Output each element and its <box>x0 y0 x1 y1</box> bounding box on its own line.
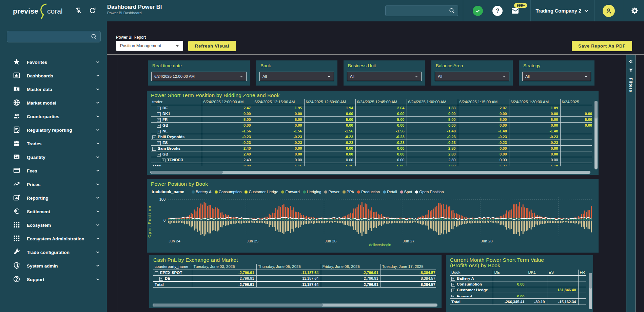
chevron-down-icon[interactable] <box>95 59 101 65</box>
legend-item-forward[interactable]: Forward <box>281 190 299 194</box>
row-header[interactable]: −GB <box>151 151 202 157</box>
legend-item-open-position[interactable]: Open Position <box>415 190 444 194</box>
column-header[interactable]: Tuesday, June 17, 2025 <box>380 264 436 270</box>
horizontal-scrollbar[interactable] <box>150 171 590 174</box>
row-header[interactable]: Total <box>450 299 493 305</box>
expand-icon[interactable]: + <box>157 124 161 128</box>
column-header[interactable]: DK1 <box>527 270 547 276</box>
column-header[interactable]: 6/24/2025 12:30:00 AM <box>304 99 355 105</box>
sidebar-item-ecosystem[interactable]: Ecosystem <box>0 218 107 232</box>
report-select[interactable]: Position Management <box>116 41 183 51</box>
expand-icon[interactable]: + <box>451 289 455 292</box>
system-status-button[interactable] <box>473 6 483 16</box>
sidebar-item-master-data[interactable]: Master data <box>0 82 107 96</box>
column-header[interactable]: 6/24/2025 12:15:00 AM <box>253 99 304 105</box>
legend-item-retail[interactable]: Retail <box>383 190 397 194</box>
sidebar-item-favorites[interactable]: Favorites <box>0 55 107 69</box>
expand-icon[interactable]: + <box>157 112 161 116</box>
scrollbar-thumb[interactable] <box>589 273 592 289</box>
column-header[interactable]: 6/24/2025 1:00:00 AM <box>407 99 458 105</box>
notifications-button[interactable]: 999+ <box>510 7 520 15</box>
row-header[interactable]: +Battery A <box>450 276 493 281</box>
column-header[interactable]: ES <box>547 270 578 276</box>
row-header[interactable]: +DE <box>153 276 192 282</box>
scrollbar-thumb[interactable] <box>594 101 598 118</box>
row-header[interactable]: −Phill Reynolds <box>151 134 202 140</box>
power-position-chart[interactable]: 1000Jun 24Jun 25Jun 26Jun 27Jun 28delive… <box>151 195 594 246</box>
chevron-down-icon[interactable] <box>95 114 101 119</box>
scrollbar-thumb[interactable] <box>151 171 223 174</box>
chevron-down-icon[interactable] <box>95 250 101 255</box>
column-header[interactable]: Thursday, June 05, 2025 <box>256 264 321 270</box>
row-header[interactable]: Total <box>151 163 202 166</box>
row-header[interactable]: +NL <box>151 128 202 134</box>
row-header[interactable]: +TENDER <box>151 157 202 163</box>
legend-item-customer-hedge[interactable]: Customer Hedge <box>245 190 278 194</box>
sidebar-item-regulatory-reporting[interactable]: Regulatory reporting <box>0 123 107 137</box>
column-header[interactable]: 6/24/2025 12:45:00 AM <box>355 99 407 105</box>
filter-dropdown[interactable]: All <box>435 72 509 81</box>
topbar-search-input[interactable] <box>385 5 458 16</box>
column-header[interactable]: Tuesday, June 03, 2025 <box>192 264 256 270</box>
legend-item-consumption[interactable]: Consumption <box>215 190 242 194</box>
horizontal-scrollbar[interactable] <box>153 304 437 307</box>
sidebar-item-system-admin[interactable]: System admin <box>0 259 107 273</box>
row-header[interactable]: +FR <box>151 117 202 123</box>
expand-icon[interactable]: + <box>157 118 161 122</box>
expand-icon[interactable]: + <box>451 295 455 297</box>
collapse-icon[interactable]: − <box>155 271 158 275</box>
expand-pane-icon[interactable] <box>628 59 633 64</box>
company-selector[interactable]: Trading Company 2 <box>535 8 589 14</box>
column-header[interactable]: 6/24/2025 <box>560 99 592 105</box>
legend-item-battery-a[interactable]: Battery A <box>192 190 212 194</box>
refresh-icon[interactable] <box>89 7 97 15</box>
expand-icon[interactable]: + <box>162 159 165 162</box>
settings-button[interactable] <box>631 7 639 15</box>
column-header[interactable]: 6/24/2025 12:00:00 AM <box>202 99 253 105</box>
row-header[interactable]: +DK1 <box>151 111 202 117</box>
help-button[interactable]: ? <box>492 6 503 16</box>
chevron-down-icon[interactable] <box>95 100 101 106</box>
legend-item-hedging[interactable]: Hedging <box>303 190 321 194</box>
row-header[interactable]: +GB <box>151 123 202 128</box>
expand-icon[interactable]: + <box>157 130 161 133</box>
legend-item-ppa[interactable]: PPA <box>343 190 354 194</box>
column-header[interactable]: trader <box>151 99 202 105</box>
row-header[interactable]: −Sam Brooks <box>151 146 202 151</box>
row-header[interactable]: +Customer Hedge <box>450 287 493 293</box>
sidebar-item-support[interactable]: Support <box>0 273 107 286</box>
sidebar-item-fees[interactable]: Fees <box>0 164 107 178</box>
column-header[interactable]: 6/24/2025 1:15:00 AM <box>458 99 509 105</box>
column-header[interactable]: counterparty_name <box>153 264 192 270</box>
chevron-down-icon[interactable] <box>95 209 101 214</box>
column-header[interactable]: DE <box>493 270 527 276</box>
sidebar-item-quantity[interactable]: Quantity <box>0 150 107 164</box>
row-header[interactable]: +Consumption <box>450 281 493 287</box>
row-header[interactable]: Total <box>153 281 192 288</box>
column-header[interactable]: 6/24/2025 1:30:00 AM <box>509 99 560 105</box>
expand-icon[interactable]: + <box>157 107 161 110</box>
vertical-scrollbar[interactable] <box>589 273 592 309</box>
legend-item-spot[interactable]: Spot <box>400 190 412 194</box>
chevron-down-icon[interactable] <box>95 154 101 160</box>
vertical-scrollbar[interactable] <box>594 101 598 169</box>
sidebar-item-market-model[interactable]: Market model <box>0 96 107 110</box>
row-header[interactable]: +ES <box>151 140 202 146</box>
filters-pane-collapsed[interactable]: Filters <box>626 55 636 312</box>
filter-dropdown[interactable]: All <box>522 72 591 81</box>
chevron-down-icon[interactable] <box>95 236 101 241</box>
column-header[interactable]: FR <box>578 270 586 276</box>
filter-dropdown[interactable]: All <box>259 72 334 81</box>
row-header[interactable]: −EPEX SPOT <box>153 270 192 276</box>
app-logo[interactable]: previse coral <box>13 3 62 19</box>
chevron-down-icon[interactable] <box>95 222 101 228</box>
sidebar-item-dashboards[interactable]: Dashboards <box>0 69 107 82</box>
sidebar-item-trades[interactable]: Trades <box>0 137 107 150</box>
expand-icon[interactable]: + <box>159 277 163 281</box>
sidebar-item-counterparties[interactable]: Counterparties <box>0 110 107 123</box>
sidebar-item-trade-configuration[interactable]: Trade configuration <box>0 245 107 259</box>
chevron-down-icon[interactable] <box>95 141 101 146</box>
chevron-down-icon[interactable] <box>95 127 101 133</box>
chevron-down-icon[interactable] <box>95 73 101 78</box>
collapse-icon[interactable]: − <box>157 153 161 157</box>
